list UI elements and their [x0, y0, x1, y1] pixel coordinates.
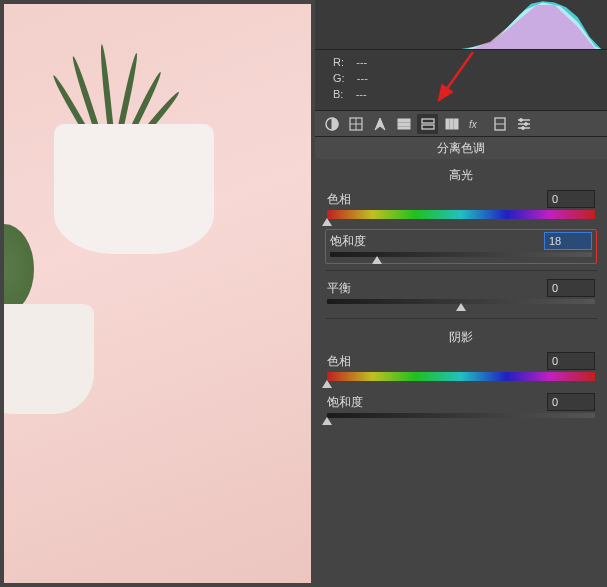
svg-text:fx: fx [469, 119, 478, 130]
adjustment-toolbar: fx [315, 111, 607, 137]
svg-rect-7 [422, 125, 434, 129]
svg-point-17 [519, 118, 522, 121]
adjustments-panel: R: --- G: --- B: --- [315, 0, 607, 587]
b-label: B: [333, 88, 343, 100]
highlights-hue-label: 色相 [327, 191, 351, 208]
svg-rect-5 [398, 127, 410, 129]
slider-thumb[interactable] [322, 380, 332, 388]
g-label: G: [333, 72, 345, 84]
shadows-hue-row: 色相 [325, 350, 597, 389]
svg-rect-3 [398, 119, 410, 122]
slider-thumb[interactable] [456, 303, 466, 311]
highlights-sat-label: 饱和度 [330, 233, 366, 250]
plant-decor [34, 44, 194, 194]
balance-value[interactable] [547, 279, 595, 297]
shadows-sat-slider[interactable] [327, 413, 595, 418]
highlights-sat-value[interactable] [544, 232, 592, 250]
basic-icon[interactable] [321, 114, 342, 134]
slider-thumb[interactable] [372, 256, 382, 264]
shadows-hue-value[interactable] [547, 352, 595, 370]
highlights-saturation-row: 饱和度 [325, 229, 597, 264]
svg-rect-4 [398, 123, 410, 126]
fx-icon[interactable]: fx [465, 114, 486, 134]
shadows-hue-label: 色相 [327, 353, 351, 370]
divider [325, 270, 597, 271]
shadows-sat-value[interactable] [547, 393, 595, 411]
highlights-hue-row: 色相 [325, 188, 597, 227]
svg-point-18 [524, 122, 527, 125]
svg-rect-6 [422, 119, 434, 123]
highlights-hue-slider[interactable] [327, 210, 595, 219]
image-preview-panel [0, 0, 315, 587]
shadows-sat-label: 饱和度 [327, 394, 363, 411]
slider-thumb[interactable] [322, 218, 332, 226]
shadows-saturation-row: 饱和度 [325, 391, 597, 426]
controls-area: 高光 色相 饱和度 平衡 [315, 159, 607, 587]
shadows-section-title: 阴影 [325, 325, 597, 350]
r-label: R: [333, 56, 344, 68]
balance-label: 平衡 [327, 280, 351, 297]
highlights-hue-value[interactable] [547, 190, 595, 208]
balance-slider[interactable] [327, 299, 595, 304]
histogram[interactable] [315, 0, 607, 50]
balance-row: 平衡 [325, 277, 597, 312]
svg-rect-8 [446, 119, 449, 129]
b-value: --- [356, 88, 367, 100]
hsl-icon[interactable] [393, 114, 414, 134]
shadows-hue-slider[interactable] [327, 372, 595, 381]
divider [325, 318, 597, 319]
r-value: --- [356, 56, 367, 68]
svg-rect-10 [454, 119, 458, 129]
highlights-sat-slider[interactable] [330, 252, 592, 257]
rgb-readout: R: --- G: --- B: --- [315, 50, 607, 111]
split-toning-icon[interactable] [417, 114, 438, 134]
tone-curve-icon[interactable] [345, 114, 366, 134]
lens-icon[interactable] [441, 114, 462, 134]
plant-decor-2 [4, 204, 94, 454]
slider-thumb[interactable] [322, 417, 332, 425]
svg-rect-9 [450, 119, 453, 129]
panel-title: 分离色调 [315, 137, 607, 159]
calibration-icon[interactable] [489, 114, 510, 134]
image-preview[interactable] [4, 4, 311, 583]
presets-icon[interactable] [513, 114, 534, 134]
g-value: --- [357, 72, 368, 84]
svg-point-19 [521, 126, 524, 129]
detail-icon[interactable] [369, 114, 390, 134]
highlights-section-title: 高光 [325, 163, 597, 188]
